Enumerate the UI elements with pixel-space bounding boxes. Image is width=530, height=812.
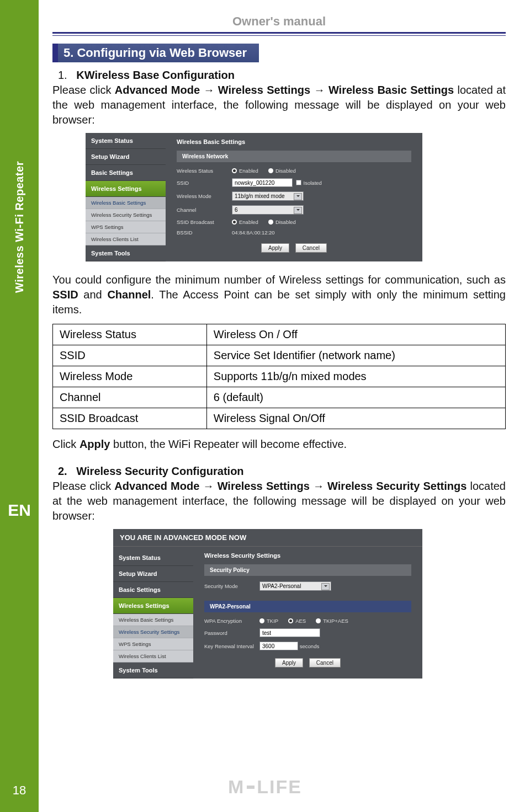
logo-m: M xyxy=(228,776,245,798)
nav-wireless-settings[interactable]: Wireless Settings xyxy=(86,181,166,197)
text: Please click xyxy=(52,480,114,492)
nav-system-status[interactable]: System Status xyxy=(86,133,166,149)
nav-system-status[interactable]: System Status xyxy=(113,550,193,566)
radio-broadcast-disabled[interactable] xyxy=(268,220,273,225)
nav-system-tools[interactable]: System Tools xyxy=(113,663,193,679)
subnav-wps[interactable]: WPS Settings xyxy=(86,221,166,233)
password-input[interactable] xyxy=(259,628,320,637)
label-key-renewal: Key Renewal Interval xyxy=(204,643,259,649)
bold-channel: Channel xyxy=(107,289,151,301)
nav-setup-wizard[interactable]: Setup Wizard xyxy=(113,566,193,582)
cell-val: Wireless On / Off xyxy=(206,324,505,345)
key-renewal-input[interactable] xyxy=(259,642,298,650)
panel-subhead: Wireless Network xyxy=(177,151,411,162)
section1-number: 1. xyxy=(58,69,67,81)
label-bssid: BSSID xyxy=(177,229,232,236)
cancel-button[interactable]: Cancel xyxy=(295,243,327,253)
logo-dash-icon xyxy=(247,786,255,789)
section-tab: 5. Configuring via Web Browser xyxy=(52,44,506,62)
radio-label: AES xyxy=(295,618,306,624)
section2-title: Wireless Security Configuration xyxy=(76,465,243,477)
router-main-panel: Wireless Security Settings Security Poli… xyxy=(193,547,422,679)
nav-basic-settings[interactable]: Basic Settings xyxy=(86,165,166,181)
subnav-wireless-basic[interactable]: Wireless Basic Settings xyxy=(86,197,166,209)
subnav-wireless-security[interactable]: Wireless Security Settings xyxy=(113,626,193,638)
apply-button[interactable]: Apply xyxy=(261,243,289,253)
settings-description-table: Wireless Status Wireless On / Off SSIDSe… xyxy=(52,324,506,429)
panel-title: Wireless Security Settings xyxy=(204,552,411,559)
select-value: WPA2-Personal xyxy=(262,583,301,589)
label-security-mode: Security Mode xyxy=(204,583,259,589)
table-row: SSID BroadcastWireless Signal On/Off xyxy=(53,408,506,429)
tab-label: 5. Configuring via Web Browser xyxy=(58,44,259,62)
label-channel: Channel xyxy=(177,207,232,213)
radio-label: TKIP+AES xyxy=(323,618,348,624)
nav-basic-settings[interactable]: Basic Settings xyxy=(113,582,193,598)
nav-system-tools[interactable]: System Tools xyxy=(86,245,166,261)
cell-val: 6 (default) xyxy=(206,387,505,408)
radio-aes[interactable] xyxy=(288,618,293,623)
radio-tkip[interactable] xyxy=(259,618,264,623)
cell-val: Supports 11b/g/n mixed modes xyxy=(206,366,505,387)
cell-key: Channel xyxy=(53,387,207,408)
header-rule xyxy=(52,32,506,36)
select-value: 11b/g/n mixed mode xyxy=(235,193,285,199)
label-ssid-broadcast: SSID Broadcast xyxy=(177,219,232,225)
radio-broadcast-enabled[interactable] xyxy=(232,220,237,225)
bssid-value: 04:84:8A:00:12:20 xyxy=(232,229,275,236)
router-sidebar: System Status Setup Wizard Basic Setting… xyxy=(113,547,193,679)
nav-wireless-settings[interactable]: Wireless Settings xyxy=(113,598,193,614)
router-screenshot-2: YOU ARE IN ADVANCED MODE NOW System Stat… xyxy=(113,529,506,679)
section2-path-paragraph: Please click Advanced Mode → Wireless Se… xyxy=(52,479,506,523)
cell-val: Wireless Signal On/Off xyxy=(206,408,505,429)
apply-button[interactable]: Apply xyxy=(275,658,303,667)
radio-label: Enabled xyxy=(239,219,258,225)
page-content: Owner's manual 5. Configuring via Web Br… xyxy=(52,14,506,690)
wireless-mode-select[interactable]: 11b/g/n mixed mode xyxy=(232,191,304,201)
table-row: Channel 6 (default) xyxy=(53,387,506,408)
subnav-wps[interactable]: WPS Settings xyxy=(113,638,193,650)
cell-key: SSID xyxy=(53,345,207,366)
security-mode-select[interactable]: WPA2-Personal xyxy=(259,581,331,591)
cell-key: SSID Broadcast xyxy=(53,408,207,429)
section2-number: 2. xyxy=(58,465,67,477)
label-password: Password xyxy=(204,630,259,636)
router-main-panel: Wireless Basic Settings Wireless Network… xyxy=(166,133,422,261)
language-badge: EN xyxy=(0,501,39,520)
subnav-wireless-security[interactable]: Wireless Security Settings xyxy=(86,209,166,221)
radio-tkip-aes[interactable] xyxy=(316,618,321,623)
bold-apply: Apply xyxy=(80,438,110,450)
nav-setup-wizard[interactable]: Setup Wizard xyxy=(86,149,166,165)
label-wireless-mode: Wireless Mode xyxy=(177,193,232,199)
select-value: 6 xyxy=(235,207,238,213)
radio-enabled[interactable] xyxy=(232,168,237,173)
isolated-checkbox[interactable] xyxy=(296,180,301,185)
ssid-input[interactable] xyxy=(232,178,293,187)
section1-path-paragraph: Please click Advanced Mode → Wireless Se… xyxy=(52,83,506,127)
radio-label: Disabled xyxy=(275,219,296,225)
channel-select[interactable]: 6 xyxy=(232,205,304,215)
running-header: Owner's manual xyxy=(52,14,506,29)
subnav-wireless-clients[interactable]: Wireless Clients List xyxy=(86,233,166,245)
section1-heading-line: 1. KWireless Base Configuration xyxy=(52,68,506,83)
table-row: SSIDService Set Identifier (network name… xyxy=(53,345,506,366)
table-row: Wireless Status Wireless On / Off xyxy=(53,324,506,345)
label-ssid: SSID xyxy=(177,180,232,186)
subnav-wireless-basic[interactable]: Wireless Basic Settings xyxy=(113,614,193,626)
subnav-wireless-clients[interactable]: Wireless Clients List xyxy=(113,650,193,663)
bold-ssid: SSID xyxy=(52,289,78,301)
logo-life: LIFE xyxy=(257,776,302,798)
radio-label-enabled: Enabled xyxy=(239,168,258,174)
radio-disabled[interactable] xyxy=(268,168,273,173)
text: You could configure the minimum number o… xyxy=(52,274,506,286)
panel-subhead-wpa2: WPA2-Personal xyxy=(204,601,411,612)
advanced-mode-banner: YOU ARE IN ADVANCED MODE NOW xyxy=(113,529,422,547)
radio-label-disabled: Disabled xyxy=(275,168,296,174)
page-number: 18 xyxy=(0,783,39,798)
section1-title: KWireless Base Configuration xyxy=(76,69,235,81)
text: button, the WiFi Repeater will become ef… xyxy=(110,438,347,450)
section2-heading-line: 2. Wireless Security Configuration xyxy=(52,464,506,479)
panel-title: Wireless Basic Settings xyxy=(177,138,411,145)
cancel-button[interactable]: Cancel xyxy=(309,658,341,667)
isolated-label: Isolated xyxy=(304,180,322,186)
